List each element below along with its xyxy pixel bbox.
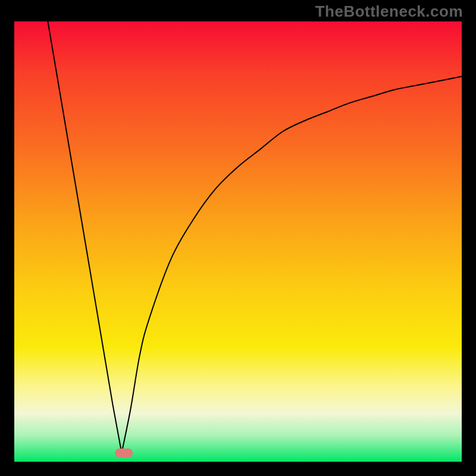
curve-layer — [14, 21, 462, 462]
figure-frame: TheBottleneck.com — [0, 0, 476, 476]
bottleneck-curve — [48, 21, 462, 453]
plot-area — [14, 21, 462, 462]
min-marker — [115, 449, 133, 458]
attribution-text: TheBottleneck.com — [315, 2, 463, 21]
